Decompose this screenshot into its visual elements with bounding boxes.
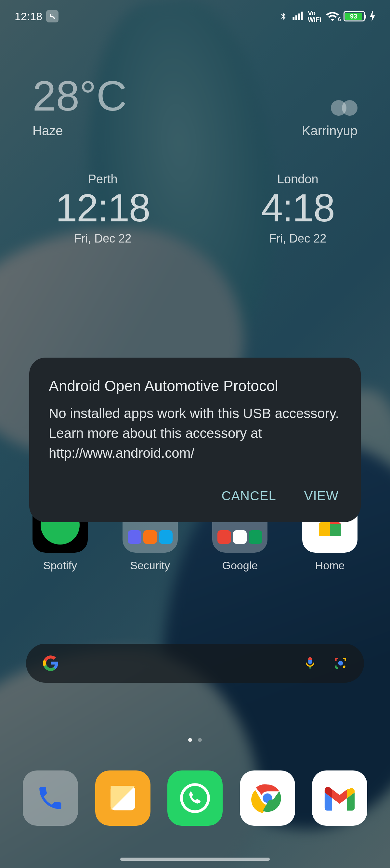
weather-condition: Haze: [32, 124, 127, 138]
gesture-nav-handle[interactable]: [120, 858, 270, 861]
app-label: Spotify: [43, 559, 77, 572]
app-label: Home: [315, 559, 345, 572]
clock-city: Perth: [56, 172, 150, 186]
status-time: 12:18: [14, 10, 42, 23]
weather-location: Karrinyup: [302, 124, 358, 138]
view-button[interactable]: VIEW: [302, 483, 341, 509]
weather-temperature: 28°C: [32, 75, 127, 117]
app-label: Google: [222, 559, 258, 572]
clock-city: London: [261, 172, 334, 186]
lens-icon[interactable]: [333, 656, 348, 670]
clock-time: 12:18: [56, 186, 150, 229]
svg-rect-0: [330, 524, 341, 536]
mic-icon[interactable]: [303, 656, 317, 670]
dialog-title: Android Open Automotive Protocol: [49, 377, 341, 395]
vowifi-indicator: Vo WiFi: [308, 10, 321, 23]
world-clock-widget[interactable]: Perth 12:18 Fri, Dec 22 London 4:18 Fri,…: [0, 172, 390, 245]
clock-perth[interactable]: Perth 12:18 Fri, Dec 22: [56, 172, 150, 245]
clock-date: Fri, Dec 22: [56, 232, 150, 245]
page-indicator: [0, 738, 390, 742]
clock-london[interactable]: London 4:18 Fri, Dec 22: [261, 172, 334, 245]
google-search-bar[interactable]: [26, 644, 364, 683]
battery-indicator: 93: [344, 11, 365, 22]
dock-gmail[interactable]: [312, 771, 367, 826]
dock-notes[interactable]: [95, 771, 151, 826]
dock: [23, 771, 367, 826]
bluetooth-icon: [279, 11, 288, 22]
charging-icon: [369, 11, 376, 22]
dialog-body: No installed apps work with this USB acc…: [49, 404, 341, 463]
home-screen: 12:18 Vo WiFi 6 93: [0, 0, 390, 868]
cell-signal-icon: [292, 11, 303, 21]
dock-phone[interactable]: [23, 771, 78, 826]
clock-date: Fri, Dec 22: [261, 232, 334, 245]
cancel-button[interactable]: CANCEL: [219, 483, 279, 509]
google-g-icon: [42, 655, 59, 672]
dock-whatsapp[interactable]: [167, 771, 223, 826]
page-dot: [188, 738, 192, 742]
clock-time: 4:18: [261, 186, 334, 229]
status-bar: 12:18 Vo WiFi 6 93: [0, 0, 390, 32]
svg-point-1: [338, 661, 343, 666]
svg-point-2: [343, 665, 345, 668]
weather-widget[interactable]: 28°C Haze Karrinyup: [32, 75, 358, 138]
wrench-icon: [46, 10, 59, 23]
weather-icon: [331, 100, 358, 116]
wifi-icon: 6: [326, 11, 339, 21]
usb-accessory-dialog: Android Open Automotive Protocol No inst…: [29, 358, 361, 522]
app-label: Security: [130, 559, 170, 572]
page-dot: [198, 738, 202, 742]
dock-chrome[interactable]: [240, 771, 295, 826]
